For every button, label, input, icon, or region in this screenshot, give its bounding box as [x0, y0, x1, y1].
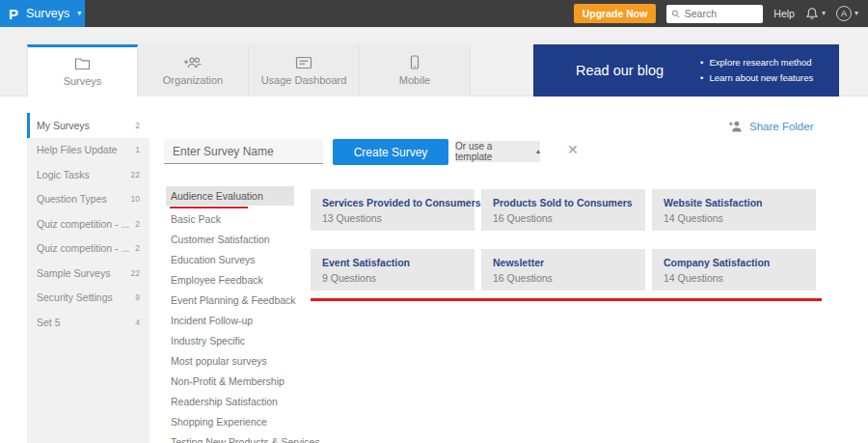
template-card-questions: 16 Questions: [493, 272, 634, 284]
sidebar-item-count: 2: [135, 243, 140, 253]
category-industry-specific[interactable]: Industry Specific: [166, 330, 294, 350]
tab-label: Organization: [163, 74, 223, 86]
template-card-grid: Services Provided to Consumers 13 Questi…: [311, 189, 816, 309]
category-education-surveys[interactable]: Education Surveys: [166, 249, 294, 269]
folders-sidebar: My Surveys 2 Help Files Update 1 Logic T…: [27, 113, 149, 443]
template-card-questions: 13 Questions: [322, 212, 463, 224]
sidebar-item-label: Quiz competition - ...: [37, 218, 129, 230]
sidebar-item-label: Question Types: [37, 193, 107, 205]
card-row: Services Provided to Consumers 13 Questi…: [311, 189, 816, 231]
bell-icon: [805, 7, 819, 20]
share-folder-link[interactable]: Share Folder: [728, 120, 813, 132]
sidebar-item-count: 22: [131, 268, 140, 278]
sidebar-item-my-surveys[interactable]: My Surveys 2: [27, 113, 149, 138]
sidebar-item-set-5[interactable]: Set 5 4: [27, 310, 149, 335]
template-card-services-provided[interactable]: Services Provided to Consumers 13 Questi…: [311, 189, 475, 231]
global-search[interactable]: [666, 5, 763, 23]
tab-label: Mobile: [399, 74, 430, 86]
sidebar-item-count: 1: [135, 145, 140, 154]
template-card-event-satisfaction[interactable]: Event Satisfaction 9 Questions: [311, 249, 475, 291]
share-person-icon: [728, 120, 743, 132]
main-tabs: Surveys Organization Usage Dashboard: [27, 44, 471, 97]
template-card-title: Event Satisfaction: [322, 257, 463, 268]
sidebar-item-label: My Surveys: [37, 120, 90, 131]
sidebar-item-quiz-competition-2[interactable]: Quiz competition - ... 2: [27, 236, 149, 262]
template-card-company-satisfaction[interactable]: Company Satisfaction 14 Questions: [652, 249, 816, 291]
sidebar-item-count: 2: [135, 121, 140, 130]
top-bar: P Surveys ▾ Upgrade Now Help ▾: [0, 0, 868, 27]
template-card-title: Newsletter: [493, 257, 634, 268]
category-event-planning-feedback[interactable]: Event Planning & Feedback: [166, 290, 294, 310]
topbar-actions: Upgrade Now Help ▾ A ▾: [574, 4, 868, 23]
category-basic-pack[interactable]: Basic Pack: [166, 208, 294, 229]
template-card-newsletter[interactable]: Newsletter 16 Questions: [481, 249, 645, 291]
share-folder-label: Share Folder: [749, 121, 813, 132]
chevron-down-icon: ▾: [822, 10, 826, 17]
account-menu[interactable]: A ▾: [836, 6, 858, 21]
template-card-products-sold[interactable]: Products Sold to Consumers 16 Questions: [481, 189, 645, 231]
sidebar-item-label: Set 5: [37, 317, 61, 328]
category-testing-new-products[interactable]: Testing New Products & Services: [166, 431, 294, 443]
avatar: A: [836, 6, 852, 21]
category-most-popular-surveys[interactable]: Most popular surveys: [166, 350, 294, 371]
banner-bullet-text: Learn about new features: [709, 70, 813, 86]
banner-bullet: • Explore research method: [700, 55, 813, 70]
sidebar-item-question-types[interactable]: Question Types 10: [27, 187, 149, 212]
card-row: Event Satisfaction 9 Questions Newslette…: [311, 249, 816, 291]
app-window: P Surveys ▾ Upgrade Now Help ▾: [0, 0, 868, 443]
chevron-down-icon: ▾: [854, 10, 858, 17]
sidebar-item-label: Logic Tasks: [37, 169, 90, 180]
help-link[interactable]: Help: [773, 8, 795, 19]
template-card-questions: 9 Questions: [322, 272, 463, 284]
category-audience-evaluation[interactable]: Audience Evaluation: [166, 186, 294, 206]
sidebar-item-count: 9: [135, 292, 140, 302]
template-card-title: Company Satisfaction: [664, 257, 804, 268]
blog-banner[interactable]: Read our blog • Explore research method …: [533, 44, 839, 97]
sidebar-item-count: 2: [135, 219, 140, 229]
product-switcher[interactable]: P Surveys ▾: [0, 0, 85, 27]
template-category-list: Audience Evaluation Basic Pack Customer …: [166, 186, 294, 443]
tab-surveys[interactable]: Surveys: [27, 44, 138, 97]
category-customer-satisfaction[interactable]: Customer Satisfaction: [166, 229, 294, 249]
tab-label: Usage Dashboard: [261, 74, 347, 86]
upgrade-now-button[interactable]: Upgrade Now: [574, 4, 657, 23]
chevron-up-icon: ▴: [536, 148, 540, 155]
proprofs-logo-icon: P: [9, 7, 18, 21]
use-template-dropdown[interactable]: Or use a template ▴: [455, 141, 540, 162]
sidebar-item-sample-surveys[interactable]: Sample Surveys 22: [27, 261, 149, 286]
category-incident-follow-up[interactable]: Incident Follow-up: [166, 310, 294, 330]
sidebar-item-logic-tasks[interactable]: Logic Tasks 22: [27, 162, 149, 187]
template-card-questions: 16 Questions: [493, 212, 634, 224]
chevron-down-icon: ▾: [77, 10, 81, 17]
tab-mobile[interactable]: Mobile: [360, 44, 471, 97]
sidebar-item-security-settings[interactable]: Security Settings 9: [27, 286, 149, 311]
template-card-title: Services Provided to Consumers: [322, 197, 463, 208]
sidebar-item-label: Security Settings: [37, 291, 113, 303]
category-readership-satisfaction[interactable]: Readership Satisfaction: [166, 391, 294, 411]
banner-bullet: • Learn about new features: [700, 70, 813, 86]
category-non-profit-membership[interactable]: Non-Profit & Membership: [166, 371, 294, 391]
sidebar-item-help-files-update[interactable]: Help Files Update 1: [27, 138, 149, 163]
sidebar-item-label: Help Files Update: [37, 144, 117, 155]
sidebar-item-label: Quiz competition - ...: [37, 242, 129, 254]
tab-usage-dashboard[interactable]: Usage Dashboard: [249, 44, 360, 97]
tab-organization[interactable]: Organization: [138, 44, 249, 97]
notifications-menu[interactable]: ▾: [805, 7, 826, 20]
close-icon[interactable]: ✕: [567, 143, 579, 156]
tab-label: Surveys: [64, 75, 102, 87]
bullet-icon: •: [700, 70, 703, 86]
people-add-icon: [183, 56, 203, 69]
category-employee-feedback[interactable]: Employee Feedback: [166, 269, 294, 290]
sidebar-item-quiz-competition-1[interactable]: Quiz competition - ... 2: [27, 211, 149, 236]
search-input[interactable]: [685, 8, 759, 19]
template-card-website-satisfaction[interactable]: Website Satisfaction 14 Questions: [652, 189, 816, 231]
category-shopping-experience[interactable]: Shopping Experience: [166, 411, 294, 431]
survey-name-input[interactable]: [164, 139, 323, 164]
template-card-questions: 14 Questions: [664, 272, 804, 284]
dashboard-icon: [295, 56, 312, 69]
create-survey-button[interactable]: Create Survey: [333, 139, 448, 165]
template-card-title: Products Sold to Consumers: [493, 197, 634, 208]
mobile-icon: [409, 55, 420, 69]
sidebar-item-count: 22: [131, 170, 140, 180]
banner-bullet-list: • Explore research method • Learn about …: [700, 55, 813, 86]
